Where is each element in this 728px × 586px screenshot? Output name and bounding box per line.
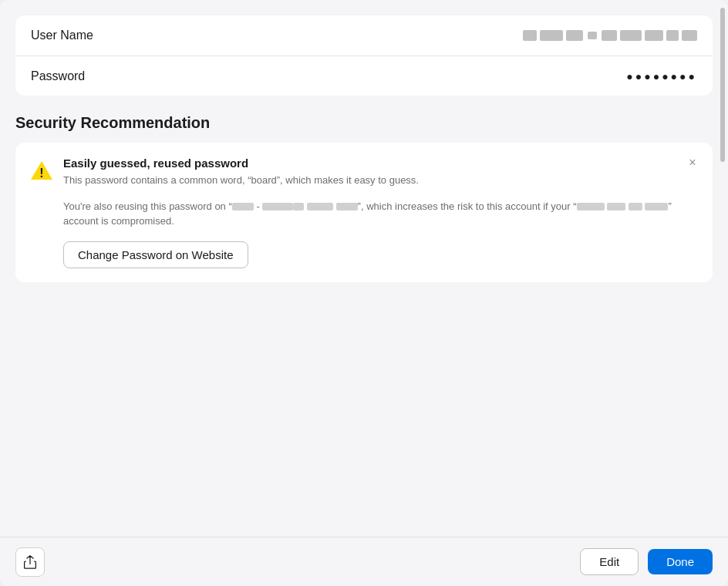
redact-5 xyxy=(602,30,617,41)
footer: Edit Done xyxy=(0,537,728,586)
svg-text:!: ! xyxy=(39,167,43,180)
warning-title: Easily guessed, reused password xyxy=(63,157,699,170)
close-button[interactable]: × xyxy=(683,153,702,172)
share-button[interactable] xyxy=(15,547,45,577)
edit-button[interactable]: Edit xyxy=(580,548,639,575)
username-label: User Name xyxy=(31,29,123,42)
redact-4 xyxy=(588,32,597,39)
warning-description: This password contains a common word, “b… xyxy=(63,173,699,188)
username-row: User Name xyxy=(15,15,713,56)
scrollable-content: User Name Pas xyxy=(0,0,728,537)
warning-text-area: Easily guessed, reused password This pas… xyxy=(63,157,699,188)
scrollbar[interactable] xyxy=(719,0,725,537)
redact-account-4 xyxy=(645,203,668,210)
redact-site-2 xyxy=(262,203,293,210)
username-redacted xyxy=(523,30,697,41)
warning-header: ! Easily guessed, reused password This p… xyxy=(29,157,699,188)
password-value: ●●●●●●●● xyxy=(123,70,697,83)
redact-site-1 xyxy=(232,203,254,210)
redact-7 xyxy=(645,30,663,41)
warning-card: × ! Easily guessed, reused password This… xyxy=(15,143,713,282)
done-button[interactable]: Done xyxy=(648,549,713,574)
redact-6 xyxy=(620,30,642,41)
footer-right: Edit Done xyxy=(580,548,713,575)
password-label: Password xyxy=(31,69,123,83)
change-password-button[interactable]: Change Password on Website xyxy=(63,241,248,268)
fields-card: User Name Pas xyxy=(15,15,713,96)
username-value xyxy=(123,30,697,41)
dialog-container: User Name Pas xyxy=(0,0,728,586)
redact-8 xyxy=(666,30,679,41)
scrollbar-thumb[interactable] xyxy=(720,8,725,162)
redact-9 xyxy=(682,30,697,41)
warning-icon: ! xyxy=(29,158,54,183)
share-icon xyxy=(23,555,37,569)
section-title: Security Recommendation xyxy=(15,114,713,132)
redact-site-4 xyxy=(307,203,333,210)
redact-site-3 xyxy=(293,203,304,210)
redact-account-1 xyxy=(577,203,605,210)
redact-3 xyxy=(566,30,583,41)
redact-site-5 xyxy=(336,203,358,210)
password-dots: ●●●●●●●● xyxy=(626,70,697,83)
redact-2 xyxy=(540,30,563,41)
password-row: Password ●●●●●●●● xyxy=(15,56,713,96)
warning-reuse: You're also reusing this password on “ -… xyxy=(63,199,699,229)
redact-account-2 xyxy=(607,203,625,210)
redact-account-3 xyxy=(629,203,642,210)
redact-1 xyxy=(523,30,537,41)
